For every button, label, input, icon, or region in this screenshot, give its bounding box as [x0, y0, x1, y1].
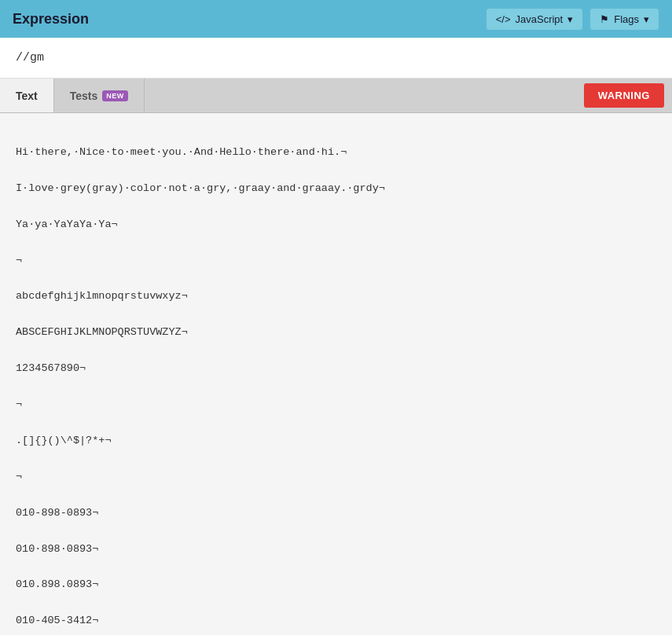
- text-line: Hi·there,·Nice·to·meet·you.·And·Hello·th…: [16, 144, 656, 162]
- expression-area: //gm: [0, 38, 672, 79]
- text-line: abcdefghijklmnopqrstuvwxyz¬: [16, 288, 656, 306]
- text-line: ¬: [16, 252, 656, 270]
- chevron-down-icon: ▾: [567, 13, 573, 25]
- header: Expression </> JavaScript ▾ ⚑ Flags ▾: [0, 0, 672, 38]
- flags-label: Flags: [614, 13, 639, 25]
- chevron-down-icon-2: ▾: [644, 13, 649, 25]
- text-line: .[]{}()\^$|?*+¬: [16, 432, 656, 450]
- text-line: Ya·ya·YaYaYa·Ya¬: [16, 216, 656, 234]
- text-line: 010-898-0893¬: [16, 505, 656, 523]
- warning-button[interactable]: WARNING: [584, 83, 664, 108]
- text-content: Hi·there,·Nice·to·meet·you.·And·Hello·th…: [0, 113, 672, 635]
- text-line: ¬: [16, 468, 656, 486]
- text-line: ¬: [16, 396, 656, 414]
- tab-text[interactable]: Text: [0, 79, 54, 112]
- text-line: ABSCEFGHIJKLMNOPQRSTUVWZYZ¬: [16, 324, 656, 342]
- tests-badge: NEW: [102, 90, 128, 101]
- javascript-label: JavaScript: [516, 13, 564, 25]
- header-title: Expression: [13, 11, 89, 28]
- text-line: I·love·grey(gray)·color·not·a·gry,·graay…: [16, 180, 656, 198]
- code-icon: </>: [496, 13, 511, 25]
- tabs-bar: Text Tests NEW WARNING: [0, 79, 672, 113]
- flag-icon: ⚑: [600, 13, 609, 25]
- text-line: 010-405-3412¬: [16, 612, 656, 630]
- tab-tests-label: Tests: [70, 90, 98, 102]
- text-line: 010.898.0893¬: [16, 576, 656, 594]
- flags-button[interactable]: ⚑ Flags ▾: [589, 8, 659, 31]
- tab-text-label: Text: [16, 90, 38, 102]
- tab-tests[interactable]: Tests NEW: [54, 79, 145, 112]
- tabs-left: Text Tests NEW: [0, 79, 145, 112]
- header-controls: </> JavaScript ▾ ⚑ Flags ▾: [486, 8, 659, 31]
- expression-value: //gm: [16, 51, 44, 64]
- text-line: 1234567890¬: [16, 360, 656, 378]
- javascript-button[interactable]: </> JavaScript ▾: [486, 8, 584, 31]
- text-line: 010·898·0893¬: [16, 541, 656, 559]
